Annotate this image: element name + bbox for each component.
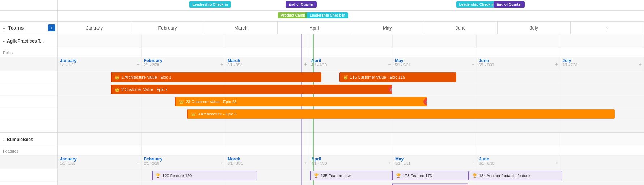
timeline-app: End of Quarter Leadership Check-in Leade…: [0, 0, 644, 185]
endq1-label: End of Quarter: [286, 1, 317, 8]
plus-feb-team2[interactable]: +: [220, 160, 223, 166]
checkin1-marker: Leadership Check-in: [189, 1, 231, 8]
team2-sub-row-right: [58, 146, 644, 156]
plus-jan-team2[interactable]: +: [137, 160, 140, 166]
end-of-quarter-marker-2: End of Quarter: [494, 1, 525, 8]
month-jul: July: [498, 22, 571, 34]
team1-title-left: ⌄ AgilePractices T...: [0, 34, 57, 48]
plus-jun-team2[interactable]: +: [555, 160, 558, 166]
plus-jul-team1[interactable]: +: [639, 61, 642, 67]
team1-sub-row-right: [58, 48, 644, 57]
top-banner-left: [0, 0, 58, 10]
team2-sub-label: Features: [3, 149, 18, 153]
trophy-icon-135: 🏆: [314, 173, 319, 178]
team1-name: AgilePractices T...: [7, 39, 44, 44]
body-left-panel: ⌄ AgilePractices T... Epics ⌄ B: [0, 34, 58, 185]
crown-icon-23: 👑: [179, 100, 184, 104]
second-banner-left: [0, 11, 58, 21]
month-mar: March: [204, 22, 278, 34]
month-extra: ›: [571, 22, 644, 34]
plus-mar-team1[interactable]: +: [304, 61, 307, 67]
team2-name: BumbleBees: [7, 137, 33, 142]
team1-month-headers: January 1/1 - 1/31 + February 2/1 - 2/28…: [58, 57, 644, 71]
team2-title-left: ⌄ BumbleBees: [0, 133, 57, 146]
feature-bar-120[interactable]: 🏆 120 Feature 120: [152, 171, 257, 180]
plus-may-team1[interactable]: +: [472, 61, 474, 67]
body-right-panel: January 1/1 - 1/31 + February 2/1 - 2/28…: [58, 34, 644, 185]
team1-sub-left: Epics: [0, 48, 57, 57]
month-may: May: [351, 22, 425, 34]
team2-epic2-left: [0, 182, 57, 185]
end-of-quarter-marker-1: End of Quarter: [286, 1, 317, 8]
team1-epic1-left: [0, 71, 57, 83]
plus-apr-team1[interactable]: +: [388, 61, 391, 67]
top-banner-row: End of Quarter Leadership Check-in Leade…: [0, 0, 644, 11]
trophy-icon-184: 🏆: [472, 173, 477, 178]
epic-bar-3[interactable]: 👑 3 Architecture - Epic 3: [187, 109, 615, 119]
second-banner-row: Product Campaign Release today Leadershi…: [0, 11, 644, 22]
epic-bar-1[interactable]: 👑 1 Architecture Value - Epic 1: [111, 72, 322, 82]
left-team-2: ⌄ BumbleBees Features: [0, 133, 57, 185]
epic1-label: 1 Architecture Value - Epic 1: [121, 75, 171, 79]
team1-epics-area: 👑 1 Architecture Value - Epic 1 👑 115 Cu…: [58, 71, 644, 132]
plus-mar-team2[interactable]: +: [304, 160, 307, 166]
main-month-header: ⌄ Teams ‹ January February March April M…: [0, 22, 644, 34]
month-headers: January February March April May June Ju…: [58, 22, 644, 34]
endq2-label: End of Quarter: [494, 1, 525, 8]
feature-bar-173[interactable]: 🏆 173 Feature 173: [392, 171, 468, 180]
team1-epic2-left: [0, 83, 57, 96]
crown-icon-115: 👑: [343, 75, 348, 80]
feature-bar-184[interactable]: 🏆 184 Another fantastic feature: [468, 171, 562, 180]
left-team-1: ⌄ AgilePractices T... Epics: [0, 34, 57, 133]
chevron-icon-team2[interactable]: ⌄: [2, 137, 5, 142]
epic-bar-2[interactable]: 👑 2 Customer Value - Epic 2 🔗: [111, 85, 392, 94]
team1-epic3-left: [0, 96, 57, 108]
second-banner-right: Product Campaign Release today Leadershi…: [58, 11, 644, 21]
plus-feb-team1[interactable]: +: [220, 61, 223, 67]
team2-grid: January 1/1 - 1/31 + February 2/1 - 2/28…: [58, 133, 644, 185]
feature-bar-119[interactable]: 🏆 119 Feature 119 🔗: [392, 183, 468, 185]
checkin3-marker: Leadership Check-in: [456, 1, 498, 8]
epic2-label: 2 Customer Value - Epic 2: [121, 87, 168, 92]
trophy-icon-120: 🏆: [155, 173, 161, 178]
team2-epic1-left: [0, 169, 57, 182]
plus-may-team2[interactable]: +: [472, 160, 474, 166]
plus-jun-team1[interactable]: +: [555, 61, 558, 67]
plus-apr-team2[interactable]: +: [388, 160, 391, 166]
teams-label: Teams: [8, 25, 24, 31]
plus-jan-team1[interactable]: +: [136, 61, 139, 67]
team2-header-row: [58, 133, 644, 146]
team1-header-row: [58, 34, 644, 48]
month-jun: June: [424, 22, 498, 34]
team1-epic5-left: [0, 120, 57, 132]
collapse-button[interactable]: ‹: [48, 24, 55, 31]
crown-icon-2: 👑: [115, 87, 120, 92]
link-icon-epic23[interactable]: 🔗: [423, 98, 427, 105]
team1-epic4-left: [0, 108, 57, 120]
epic3-label: 3 Architecture - Epic 3: [198, 112, 237, 116]
checkin2-label: Leadership Check-in: [307, 12, 348, 18]
checkin2-marker: Leadership Check-in: [307, 12, 348, 18]
chevron-down-icon[interactable]: ⌄: [2, 25, 6, 30]
team2-sub-left: Features: [0, 146, 57, 156]
top-banner-right: End of Quarter Leadership Check-in Leade…: [58, 0, 644, 10]
team1-grid: January 1/1 - 1/31 + February 2/1 - 2/28…: [58, 34, 644, 133]
month-apr: April: [278, 22, 351, 34]
epic23-label: 23 Customer Value - Epic 23: [186, 100, 236, 104]
feature184-label: 184 Another fantastic feature: [479, 173, 530, 178]
header-left: ⌄ Teams ‹: [0, 22, 58, 34]
team2-months-left: [0, 156, 57, 169]
team1-months-left: [0, 57, 57, 71]
team1-sub-label: Epics: [3, 50, 13, 55]
chevron-icon-team1[interactable]: ⌄: [2, 39, 5, 43]
feature-bar-135[interactable]: 🏆 135 Feature new: [310, 171, 392, 180]
epic-bar-23[interactable]: 👑 23 Customer Value - Epic 23 🔗: [175, 97, 427, 106]
checkin3-label: Leadership Check-in: [456, 1, 498, 8]
feature120-label: 120 Feature 120: [162, 173, 192, 178]
body-area: ⌄ AgilePractices T... Epics ⌄ B: [0, 34, 644, 185]
team2-features-area: 🏆 120 Feature 120 🏆 135 Feature new 🏆 17…: [58, 169, 644, 185]
epic-bar-115[interactable]: 👑 115 Customer Value - Epic 115: [339, 72, 456, 82]
feature173-label: 173 Feature 173: [403, 173, 432, 178]
month-feb: February: [131, 22, 205, 34]
link-icon-epic2[interactable]: 🔗: [388, 86, 392, 93]
